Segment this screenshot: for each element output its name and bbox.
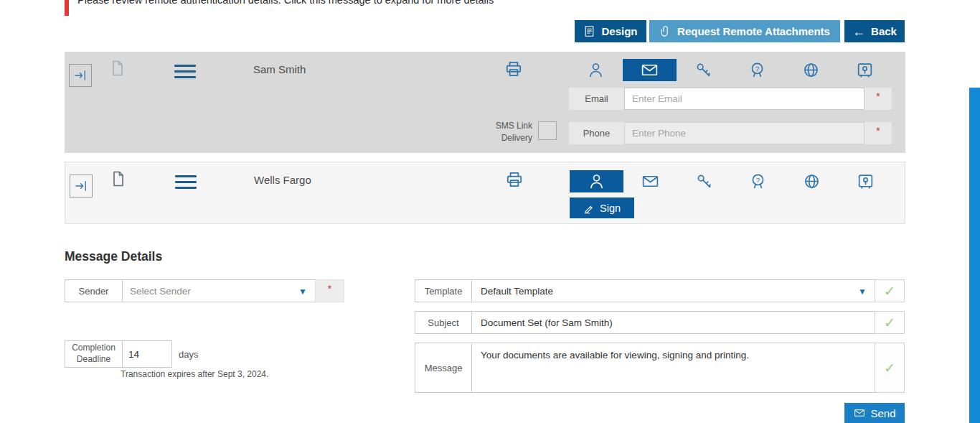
delivery-options bbox=[570, 170, 892, 192]
key-icon bbox=[694, 61, 712, 79]
pen-icon bbox=[583, 203, 595, 214]
completion-deadline-label: Completion Deadline bbox=[65, 340, 123, 368]
globe-icon bbox=[803, 172, 821, 190]
person-icon bbox=[588, 172, 606, 190]
print-icon[interactable] bbox=[505, 170, 524, 189]
delivery-options bbox=[569, 59, 892, 81]
recipient-name: Wells Fargo bbox=[254, 174, 311, 186]
sender-select-value: Select Sender bbox=[130, 286, 191, 297]
authentication-button[interactable] bbox=[677, 170, 731, 192]
authentication-button[interactable] bbox=[677, 59, 730, 81]
notice-banner[interactable]: Please review remote authentication deta… bbox=[65, 0, 904, 16]
design-button-label: Design bbox=[601, 25, 637, 37]
back-button-label: Back bbox=[871, 25, 897, 37]
message-label: Message bbox=[415, 343, 472, 393]
subject-label: Subject bbox=[415, 311, 472, 334]
completion-deadline-input[interactable] bbox=[122, 340, 172, 368]
envelope-icon bbox=[641, 61, 659, 79]
sender-required-marker: * bbox=[315, 279, 344, 302]
evault-button[interactable] bbox=[838, 59, 892, 81]
online-delivery-button[interactable] bbox=[784, 59, 838, 81]
sender-label: Sender bbox=[65, 279, 123, 302]
sign-button[interactable]: Sign bbox=[570, 197, 634, 218]
challenge-question-button[interactable] bbox=[730, 59, 784, 81]
send-button[interactable]: Send bbox=[844, 403, 905, 423]
online-delivery-button[interactable] bbox=[785, 170, 839, 192]
question-badge-icon bbox=[749, 172, 767, 190]
days-label: days bbox=[179, 349, 198, 360]
question-badge-icon bbox=[748, 61, 766, 79]
send-button-label: Send bbox=[870, 407, 895, 419]
recipient-person-button[interactable] bbox=[569, 59, 623, 81]
sign-button-label: Sign bbox=[600, 203, 621, 214]
request-remote-attachments-label: Request Remote Attachments bbox=[677, 25, 830, 37]
routing-icon bbox=[74, 179, 88, 193]
recipient-person-button[interactable] bbox=[570, 170, 623, 192]
request-remote-attachments-button[interactable]: Request Remote Attachments bbox=[649, 20, 840, 42]
vault-icon bbox=[857, 172, 875, 190]
print-icon[interactable] bbox=[504, 60, 523, 78]
back-button[interactable]: ← Back bbox=[844, 20, 905, 42]
routing-icon bbox=[73, 68, 88, 83]
chevron-down-icon: ▼ bbox=[298, 287, 307, 297]
recipient-row-sam-smith: Sam Smith Email * SMS Link Delivery Phon… bbox=[65, 52, 905, 153]
send-documents-page: ? Please review remote authentication de… bbox=[0, 0, 980, 423]
document-status-icon bbox=[109, 59, 126, 78]
challenge-question-button[interactable] bbox=[731, 170, 785, 192]
recipient-row-wells-fargo: Wells Fargo Sign bbox=[65, 162, 905, 224]
sender-select[interactable]: Select Sender ▼ bbox=[122, 279, 316, 302]
email-input[interactable] bbox=[624, 88, 864, 110]
chevron-down-icon: ▼ bbox=[858, 287, 867, 297]
phone-label: Phone bbox=[569, 122, 624, 144]
recipient-name: Sam Smith bbox=[253, 63, 306, 75]
subject-input[interactable] bbox=[471, 311, 875, 334]
key-icon bbox=[695, 172, 713, 190]
email-required-marker: * bbox=[864, 88, 892, 110]
design-icon bbox=[583, 25, 595, 37]
email-label: Email bbox=[569, 88, 624, 110]
routing-order-button[interactable] bbox=[69, 64, 92, 87]
email-delivery-button[interactable] bbox=[623, 170, 677, 192]
sms-link-delivery-label: SMS Link Delivery bbox=[488, 120, 532, 144]
template-select[interactable]: Default Template ▼ bbox=[471, 279, 875, 302]
message-valid-check: ✓ bbox=[875, 343, 905, 393]
email-delivery-button[interactable] bbox=[623, 59, 677, 81]
drag-handle-icon[interactable] bbox=[175, 175, 197, 192]
evault-button[interactable] bbox=[839, 170, 892, 192]
notice-text: Please review remote authentication deta… bbox=[69, 0, 904, 6]
send-envelope-icon bbox=[853, 407, 866, 419]
routing-order-button[interactable] bbox=[70, 175, 93, 197]
phone-required-marker: * bbox=[864, 122, 892, 144]
scrollbar[interactable] bbox=[969, 88, 980, 423]
paperclip-icon bbox=[659, 25, 672, 37]
phone-input[interactable] bbox=[624, 122, 864, 144]
message-details-heading: Message Details bbox=[65, 249, 162, 264]
template-valid-check: ✓ bbox=[875, 279, 905, 302]
envelope-icon bbox=[641, 172, 659, 190]
vault-icon bbox=[856, 61, 874, 79]
person-icon bbox=[587, 61, 605, 79]
globe-icon bbox=[802, 61, 820, 79]
template-select-value: Default Template bbox=[481, 286, 553, 297]
template-label: Template bbox=[415, 279, 472, 302]
expiry-note: Transaction expires after Sept 3, 2024. bbox=[121, 369, 268, 379]
subject-valid-check: ✓ bbox=[875, 311, 905, 334]
message-textarea[interactable]: Your documents are available for viewing… bbox=[471, 343, 875, 393]
design-button[interactable]: Design bbox=[575, 20, 646, 42]
drag-handle-icon[interactable] bbox=[174, 65, 196, 82]
sms-link-delivery-checkbox[interactable] bbox=[538, 121, 557, 140]
back-arrow-icon: ← bbox=[852, 25, 865, 38]
document-status-icon bbox=[110, 169, 127, 188]
